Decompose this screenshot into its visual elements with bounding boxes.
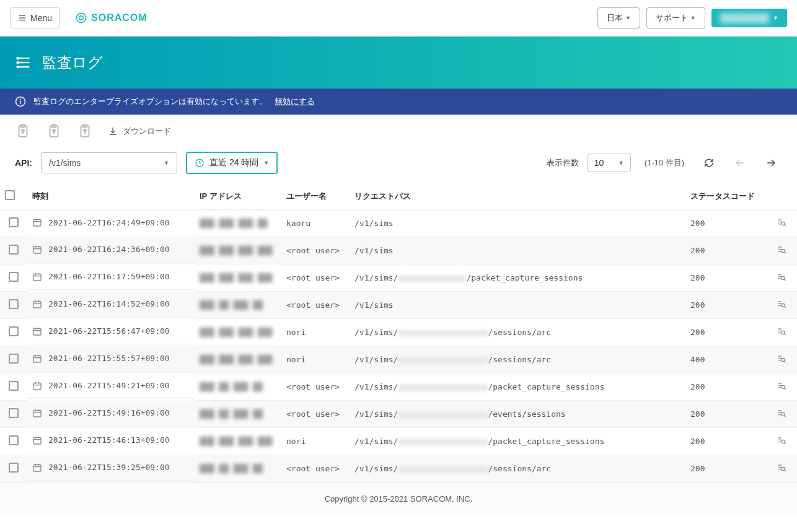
caret-down-icon: ▼ bbox=[625, 15, 631, 21]
row-detail-button[interactable] bbox=[777, 247, 786, 256]
svg-point-40 bbox=[782, 249, 785, 252]
table-row[interactable]: 2021-06-22T15:55:57+09:00███ ███ ███ ███… bbox=[0, 346, 797, 373]
cell-status: 200 bbox=[685, 373, 766, 401]
cell-user: <root user> bbox=[281, 455, 350, 482]
api-select[interactable]: /v1/sims ▼ bbox=[41, 152, 177, 173]
svg-line-95 bbox=[785, 416, 786, 417]
svg-text:?: ? bbox=[84, 128, 87, 134]
table-row[interactable]: 2021-06-22T15:39:25+09:00███ ██ ███ ██<r… bbox=[0, 455, 797, 482]
calendar-icon bbox=[32, 463, 42, 473]
download-button[interactable]: ダウンロード bbox=[108, 126, 171, 137]
row-detail-button[interactable] bbox=[777, 438, 786, 447]
page-size-select[interactable]: 10 ▼ bbox=[588, 154, 631, 172]
table-row[interactable]: 2021-06-22T16:24:36+09:00███ ███ ███ ███… bbox=[0, 237, 797, 264]
row-checkbox[interactable] bbox=[9, 272, 19, 282]
cell-path: /v1/sims//events/sessions bbox=[350, 401, 685, 428]
page-title: 監査ログ bbox=[42, 53, 103, 72]
api-filter-label: API: bbox=[15, 158, 32, 168]
row-detail-button[interactable] bbox=[777, 220, 786, 229]
row-detail-button[interactable] bbox=[777, 356, 786, 365]
detail-icon bbox=[777, 299, 786, 309]
cell-ip: ███ ██ ███ ██ bbox=[195, 373, 281, 401]
download-label: ダウンロード bbox=[123, 126, 171, 137]
svg-text:?: ? bbox=[22, 128, 25, 134]
table-row[interactable]: 2021-06-22T15:49:16+09:00███ ██ ███ ██<r… bbox=[0, 401, 797, 428]
menu-button[interactable]: Menu bbox=[10, 7, 60, 28]
table-row[interactable]: 2021-06-22T15:46:13+09:00███ ███ ███ ███… bbox=[0, 428, 797, 455]
cell-path: /v1/sims//sessions/arc bbox=[350, 455, 685, 482]
row-detail-button[interactable] bbox=[777, 302, 786, 311]
table-row[interactable]: 2021-06-22T15:49:21+09:00███ ██ ███ ██<r… bbox=[0, 373, 797, 401]
cell-path: /v1/sims//sessions/arc bbox=[350, 346, 685, 373]
time-range-select[interactable]: 直近 24 時間 ▼ bbox=[186, 152, 278, 174]
col-user: ユーザー名 bbox=[281, 183, 350, 210]
table-row[interactable]: 2021-06-22T16:14:52+09:00███ ██ ███ ██<r… bbox=[0, 292, 797, 319]
cell-time: 2021-06-22T16:24:49+09:00 bbox=[27, 210, 195, 235]
table-row[interactable]: 2021-06-22T15:56:47+09:00███ ███ ███ ███… bbox=[0, 319, 797, 346]
row-checkbox[interactable] bbox=[9, 408, 19, 418]
cell-status: 200 bbox=[685, 237, 766, 264]
cell-status: 200 bbox=[685, 210, 766, 237]
detail-icon bbox=[777, 381, 786, 391]
table-row[interactable]: 2021-06-22T16:17:59+09:00███ ███ ███ ███… bbox=[0, 264, 797, 292]
row-checkbox[interactable] bbox=[9, 354, 19, 364]
api-select-value: /v1/sims bbox=[49, 158, 81, 168]
row-checkbox[interactable] bbox=[9, 217, 19, 227]
svg-point-31 bbox=[782, 222, 785, 225]
clipboard-icon[interactable]: ? bbox=[15, 123, 31, 139]
audit-log-icon bbox=[15, 54, 32, 71]
row-detail-button[interactable] bbox=[777, 383, 786, 393]
select-all-checkbox[interactable] bbox=[5, 190, 15, 200]
detail-icon bbox=[777, 408, 786, 418]
cell-time: 2021-06-22T16:17:59+09:00 bbox=[27, 264, 195, 290]
calendar-icon bbox=[32, 272, 42, 282]
detail-icon bbox=[777, 326, 786, 336]
cell-path: /v1/sims//packet_capture_sessions bbox=[350, 264, 685, 292]
page-size-value: 10 bbox=[594, 158, 604, 168]
row-checkbox[interactable] bbox=[9, 326, 19, 336]
refresh-button[interactable] bbox=[698, 152, 720, 174]
next-page-button[interactable] bbox=[760, 152, 782, 174]
row-checkbox[interactable] bbox=[9, 245, 19, 255]
info-icon bbox=[15, 96, 26, 107]
footer-text: Copyright © 2015-2021 SORACOM, INC. bbox=[325, 494, 473, 504]
info-bar: 監査ログのエンタープライズオプションは有効になっています。 無効にする bbox=[0, 89, 797, 115]
prev-page-button[interactable] bbox=[729, 152, 751, 174]
svg-line-50 bbox=[785, 279, 786, 281]
brand-logo[interactable]: SORACOM bbox=[75, 12, 148, 24]
cell-path: /v1/sims bbox=[350, 292, 685, 319]
page-banner: 監査ログ bbox=[0, 37, 797, 89]
refresh-icon bbox=[703, 157, 715, 168]
disable-link[interactable]: 無効にする bbox=[275, 96, 315, 107]
cell-status: 400 bbox=[685, 346, 766, 373]
clipboard-icon[interactable]: ? bbox=[77, 123, 93, 139]
cell-time: 2021-06-22T15:49:16+09:00 bbox=[27, 401, 195, 426]
cell-user: <root user> bbox=[281, 264, 350, 292]
table-row[interactable]: 2021-06-22T16:24:49+09:00███ ███ ███ ██k… bbox=[0, 210, 797, 237]
cell-status: 200 bbox=[685, 319, 766, 346]
user-menu-button[interactable]: ████████ ▼ bbox=[711, 9, 787, 27]
calendar-icon bbox=[32, 381, 42, 391]
arrow-right-icon bbox=[765, 157, 777, 169]
cell-user: kaoru bbox=[281, 210, 350, 237]
row-detail-button[interactable] bbox=[777, 274, 786, 284]
clipboard-icon[interactable]: ? bbox=[46, 123, 62, 139]
calendar-icon bbox=[32, 217, 42, 227]
cell-ip: ███ ██ ███ ██ bbox=[195, 292, 281, 319]
svg-point-58 bbox=[782, 303, 785, 307]
svg-rect-96 bbox=[33, 437, 41, 444]
cell-time: 2021-06-22T15:56:47+09:00 bbox=[27, 319, 195, 344]
row-detail-button[interactable] bbox=[777, 411, 786, 420]
svg-line-77 bbox=[785, 361, 786, 362]
row-detail-button[interactable] bbox=[777, 465, 786, 474]
user-label: ████████ bbox=[720, 13, 769, 23]
row-detail-button[interactable] bbox=[777, 329, 786, 338]
row-checkbox[interactable] bbox=[9, 463, 19, 473]
row-checkbox[interactable] bbox=[9, 381, 19, 391]
support-button[interactable]: サポート ▼ bbox=[646, 7, 705, 28]
cell-time: 2021-06-22T16:24:36+09:00 bbox=[27, 237, 195, 263]
row-checkbox[interactable] bbox=[9, 299, 19, 309]
row-checkbox[interactable] bbox=[9, 435, 19, 445]
svg-point-67 bbox=[782, 331, 785, 334]
locale-button[interactable]: 日本 ▼ bbox=[597, 7, 640, 28]
